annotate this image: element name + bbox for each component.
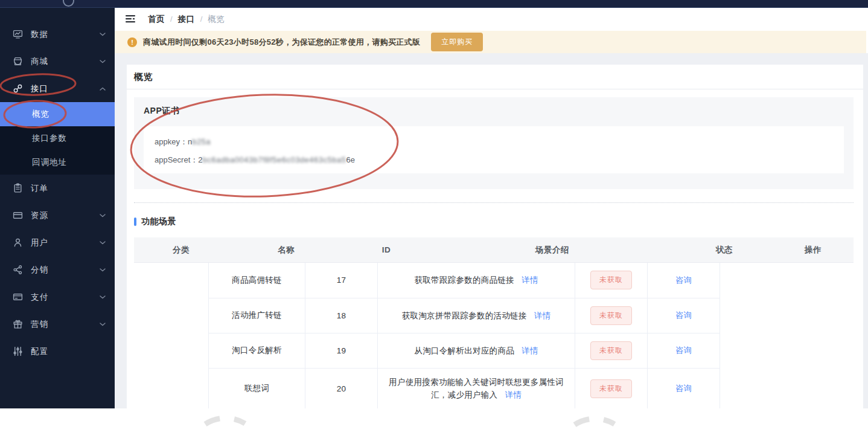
column-header: 场景介绍 (429, 237, 676, 262)
chevron-down-icon (100, 268, 106, 272)
scenes-inner-table: 商品高佣转链 17 获取带跟踪参数的商品链接详情 未获取 咨询 活动推广转链 1… (208, 263, 720, 408)
creditcard-icon (13, 292, 23, 302)
page-title: 概览 (127, 65, 863, 89)
card-icon (13, 210, 23, 221)
sidebar-subitem[interactable]: 接口参数 (0, 126, 115, 150)
scene-desc-cell: 获取淘京拼带跟踪参数的活动链接详情 (378, 298, 575, 333)
sidebar-item[interactable]: 数据 (0, 21, 115, 48)
sidebar-collapse-icon[interactable] (126, 14, 136, 23)
overview-card: 概览 APP证书 appkey：nb25a appSecret：2bc6adba… (127, 65, 863, 408)
chevron-down-icon (100, 323, 106, 326)
app-cert-section: APP证书 appkey：nb25a appSecret：2bc6adba004… (134, 97, 854, 189)
scene-desc-text: 用户使用搜索功能输入关键词时联想更多属性词汇，减少用户输入 (389, 378, 564, 399)
status-badge: 未获取 (590, 341, 632, 360)
sidebar-item-label: 订单 (31, 183, 48, 194)
consult-link[interactable]: 咨询 (675, 311, 692, 320)
sidebar-item[interactable]: 营销 (0, 311, 115, 338)
column-header: 名称 (228, 237, 344, 262)
sidebar-item[interactable]: 支付 (0, 283, 115, 311)
scene-action-cell: 咨询 (648, 263, 720, 298)
detail-link[interactable]: 详情 (522, 346, 538, 355)
scenes-table: 分类名称ID场景介绍状态操作 商品高佣转链 17 获取带跟踪参数的商品链接详情 … (134, 237, 854, 408)
scene-id-cell: 17 (305, 263, 378, 298)
scene-action-cell: 咨询 (648, 333, 720, 368)
sidebar-subitem-active[interactable]: 概览 (0, 102, 115, 126)
trial-banner: ! 商城试用时间仅剩06天23小时58分52秒，为保证您的正常使用，请购买正式版… (115, 31, 866, 53)
share-icon (13, 265, 23, 275)
status-badge: 未获取 (590, 306, 632, 325)
sidebar-item[interactable]: 订单 (0, 175, 115, 202)
link-icon (13, 83, 23, 94)
scenes-table-body: 商品高佣转链 17 获取带跟踪参数的商品链接详情 未获取 咨询 活动推广转链 1… (134, 263, 854, 408)
trial-banner-text: 商城试用时间仅剩06天23小时58分52秒，为保证您的正常使用，请购买正式版 (143, 37, 420, 48)
appkey-row: appkey：nb25a (155, 133, 844, 151)
breadcrumb-link[interactable]: 首页 (148, 14, 165, 24)
buy-now-button[interactable]: 立即购买 (431, 33, 483, 51)
sidebar-item-label: 数据 (31, 29, 48, 40)
appsecret-label: appSecret： (155, 155, 198, 164)
sidebar-item-label: 分销 (31, 265, 48, 276)
sidebar-item[interactable]: 接口 (0, 75, 115, 102)
column-header: 操作 (773, 237, 854, 262)
gift-icon (13, 319, 23, 329)
breadcrumb-bar: 首页/接口/概览 (115, 7, 868, 30)
scene-id-cell: 18 (305, 298, 378, 333)
scene-name-cell: 联想词 (209, 368, 305, 408)
breadcrumb: 首页/接口/概览 (148, 13, 225, 25)
column-header: 分类 (134, 237, 228, 262)
detail-link[interactable]: 详情 (534, 311, 551, 320)
scene-desc-text: 获取带跟踪参数的商品链接 (414, 276, 514, 285)
app-cert-box: appkey：nb25a appSecret：2bc6adba0043b7f8f… (144, 126, 844, 173)
sidebar-item[interactable]: 资源 (0, 202, 115, 229)
appsecret-suffix: 6e (346, 155, 354, 164)
sidebar-item-label: 支付 (31, 292, 48, 303)
app-cert-title: APP证书 (144, 106, 844, 118)
scene-action-cell: 咨询 (648, 298, 720, 333)
sidebar-nav: 数据 商城 接口概览接口参数回调地址 订单 资源 用户 分销 支付 营销 配置 (0, 7, 115, 408)
sliders-icon (13, 346, 23, 356)
breadcrumb-separator: / (200, 14, 203, 24)
breadcrumb-separator: / (170, 14, 173, 24)
scene-status-cell: 未获取 (575, 333, 648, 368)
sidebar-item[interactable]: 分销 (0, 256, 115, 283)
page-content: 概览 APP证书 appkey：nb25a appSecret：2bc6adba… (115, 53, 868, 408)
sidebar-subitem[interactable]: 回调地址 (0, 150, 115, 175)
store-icon (13, 56, 23, 66)
top-bar (0, 0, 868, 8)
consult-link[interactable]: 咨询 (675, 346, 692, 355)
detail-link[interactable]: 详情 (505, 390, 522, 399)
scene-desc-cell: 获取带跟踪参数的商品链接详情 (378, 263, 575, 298)
scene-action-cell: 咨询 (648, 368, 720, 408)
section-accent-bar (134, 218, 136, 226)
sidebar-item-label: 营销 (31, 319, 48, 330)
scenes-section-header: 功能场景 (134, 216, 863, 228)
breadcrumb-link[interactable]: 接口 (178, 14, 195, 24)
scene-name-cell: 淘口令反解析 (209, 333, 305, 368)
sidebar-item-label: 商城 (31, 56, 48, 67)
sidebar-item-label: 接口 (31, 83, 48, 94)
sidebar-item-label: 配置 (31, 346, 48, 357)
status-badge: 未获取 (590, 379, 632, 398)
scene-desc-cell: 用户使用搜索功能输入关键词时联想更多属性词汇，减少用户输入详情 (378, 368, 575, 408)
chevron-down-icon (100, 214, 106, 218)
app-root: 数据 商城 接口概览接口参数回调地址 订单 资源 用户 分销 支付 营销 配置 (0, 0, 868, 435)
detail-link[interactable]: 详情 (522, 276, 538, 285)
sidebar-item-label: 资源 (31, 210, 48, 221)
scene-table-row: 联想词 20 用户使用搜索功能输入关键词时联想更多属性词汇，减少用户输入详情 未… (209, 368, 720, 408)
appsecret-prefix: 2 (198, 155, 202, 164)
sidebar-item[interactable]: 商城 (0, 48, 115, 75)
chevron-down-icon (100, 295, 106, 299)
consult-link[interactable]: 咨询 (675, 384, 692, 393)
scene-status-cell: 未获取 (575, 263, 648, 298)
scene-status-cell: 未获取 (575, 368, 648, 408)
sidebar-item[interactable]: 用户 (0, 229, 115, 256)
scene-desc-text: 从淘口令解析出对应的商品 (414, 346, 514, 355)
appsecret-row: appSecret：2bc6adba0043b7f8f5e6c03de463c5… (155, 151, 844, 169)
consult-link[interactable]: 咨询 (675, 276, 692, 285)
warning-icon: ! (127, 37, 137, 47)
status-badge: 未获取 (590, 271, 632, 289)
sidebar-item[interactable]: 配置 (0, 338, 115, 365)
sidebar-submenu: 概览接口参数回调地址 (0, 102, 115, 175)
scene-desc-cell: 从淘口令解析出对应的商品详情 (378, 333, 575, 368)
chevron-up-icon (100, 87, 106, 91)
